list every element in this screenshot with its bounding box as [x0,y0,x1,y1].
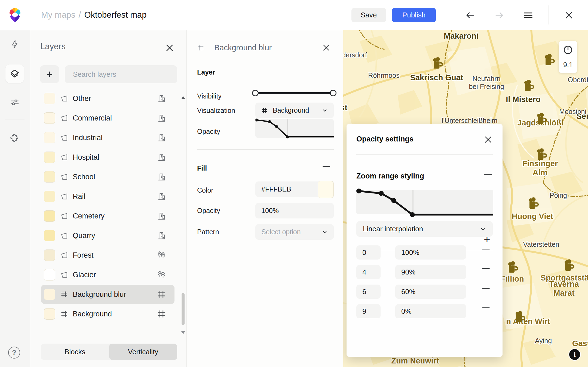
remove-stop-button[interactable] [482,307,490,308]
buildings-icon[interactable] [157,192,166,201]
search-layers-input[interactable] [65,65,177,83]
beer-marker[interactable] [505,260,519,274]
scroll-down-arrow[interactable] [181,331,186,335]
fill-opacity-input[interactable]: 100% [255,203,334,218]
curve-point-zoom-6[interactable] [275,125,278,128]
buildings-icon[interactable] [157,231,166,240]
trees-icon[interactable] [157,250,166,260]
scrollbar-thumb[interactable] [182,293,185,325]
layer-row-school[interactable]: School [41,167,174,186]
app-logo-icon[interactable] [9,7,21,23]
curve-point-zoom-0[interactable] [356,189,361,193]
fill-collapse-button[interactable] [323,166,330,167]
layer-row-rail[interactable]: Rail [41,187,174,206]
grid-icon[interactable] [157,309,166,319]
layer-color-swatch[interactable] [44,289,55,300]
add-layer-button[interactable]: + [40,65,59,83]
layer-row-cemetery[interactable]: Cemetery [41,206,174,226]
stop-zoom-input[interactable]: 0 [356,245,381,260]
stop-opacity-input[interactable]: 90% [395,265,466,279]
trees-icon[interactable] [157,270,166,280]
layer-row-commercial[interactable]: Commercial [41,109,174,128]
layers-panel-close-button[interactable] [165,43,174,53]
stop-opacity-input[interactable]: 60% [395,285,466,299]
layer-color-swatch[interactable] [44,93,55,104]
layer-row-other[interactable]: Other [41,89,174,108]
add-stop-button[interactable]: + [482,234,492,245]
buildings-icon[interactable] [157,94,166,103]
layer-row-background-blur[interactable]: Background blur [41,285,174,304]
undo-back-button[interactable] [464,9,476,21]
info-button[interactable]: i [568,348,581,361]
buildings-icon[interactable] [157,172,166,182]
sidebar-item-layers[interactable] [5,64,24,83]
slider-handle-min[interactable] [252,90,259,96]
remove-stop-button[interactable] [482,268,490,269]
zoom-range-collapse-button[interactable] [484,174,492,175]
menu-button[interactable] [522,9,534,21]
save-button[interactable]: Save [351,8,386,22]
layer-row-industrial[interactable]: Industrial [41,128,174,147]
layer-color-swatch[interactable] [44,152,55,163]
interpolation-select[interactable]: Linear interpolation [356,221,493,237]
beer-marker[interactable] [430,56,444,70]
visualization-dropdown[interactable]: Background [255,103,334,118]
curve-point-zoom-9[interactable] [410,212,415,217]
curve-point-zoom-6[interactable] [391,198,396,203]
beer-marker[interactable] [562,258,576,272]
stop-opacity-input[interactable]: 100% [395,245,466,260]
curve-point-zoom-9[interactable] [286,135,289,138]
layer-row-forest[interactable]: Forest [41,246,174,265]
scroll-up-arrow[interactable] [181,95,186,100]
zoom-indicator-control[interactable]: 9.1 [559,41,577,73]
layer-row-background[interactable]: Background [41,304,174,323]
layer-color-swatch[interactable] [44,249,55,261]
remove-stop-button[interactable] [482,249,490,249]
layer-color-swatch[interactable] [44,191,55,202]
help-button[interactable]: ? [8,347,20,359]
buildings-icon[interactable] [157,152,166,162]
close-window-button[interactable] [563,9,575,21]
layer-row-hospital[interactable]: Hospital [41,148,174,167]
stop-zoom-input[interactable]: 4 [356,265,381,279]
buildings-icon[interactable] [157,211,166,221]
layer-color-swatch[interactable] [44,132,55,143]
tab-blocks[interactable]: Blocks [41,344,109,360]
curve-point-zoom-4[interactable] [268,120,271,123]
layer-color-swatch[interactable] [44,230,55,241]
beer-marker[interactable] [513,310,527,324]
zoom-range-curve[interactable] [356,190,493,216]
remove-stop-button[interactable] [482,288,490,289]
opacity-curve-preview[interactable] [255,119,334,138]
beer-marker[interactable] [526,196,540,210]
layer-color-swatch[interactable] [44,269,55,280]
slider-handle-max[interactable] [330,90,336,96]
fill-pattern-select[interactable]: Select option [255,224,334,240]
sidebar-item-plugins[interactable] [5,129,24,147]
curve-point-zoom-0[interactable] [255,119,258,122]
breadcrumb-parent[interactable]: My maps [41,10,75,20]
map-canvas[interactable]: MakaronidersdorfRöhrmoosSakrisch GuatNeu… [343,30,588,367]
beer-marker[interactable] [534,111,548,125]
redo-forward-button[interactable] [493,9,506,21]
beer-marker[interactable] [534,147,548,161]
detail-panel-close-button[interactable] [322,43,330,52]
layer-color-swatch[interactable] [44,112,55,124]
layer-row-quarry[interactable]: Quarry [41,226,174,245]
buildings-icon[interactable] [157,133,166,143]
sidebar-item-actions[interactable] [5,35,24,54]
buildings-icon[interactable] [157,113,166,123]
publish-button[interactable]: Publish [392,8,436,22]
layer-color-swatch[interactable] [44,308,55,320]
beer-marker[interactable] [521,78,535,92]
layer-row-glacier[interactable]: Glacier [41,265,174,284]
layer-color-swatch[interactable] [44,210,55,222]
visibility-range-slider[interactable] [252,90,336,96]
layer-color-swatch[interactable] [44,171,55,183]
modal-close-button[interactable] [483,135,493,144]
beer-marker[interactable] [542,53,556,67]
curve-point-zoom-4[interactable] [379,191,384,196]
grid-icon[interactable] [157,289,166,299]
tab-verticality[interactable]: Verticality [109,344,177,360]
stop-zoom-input[interactable]: 9 [356,304,381,318]
